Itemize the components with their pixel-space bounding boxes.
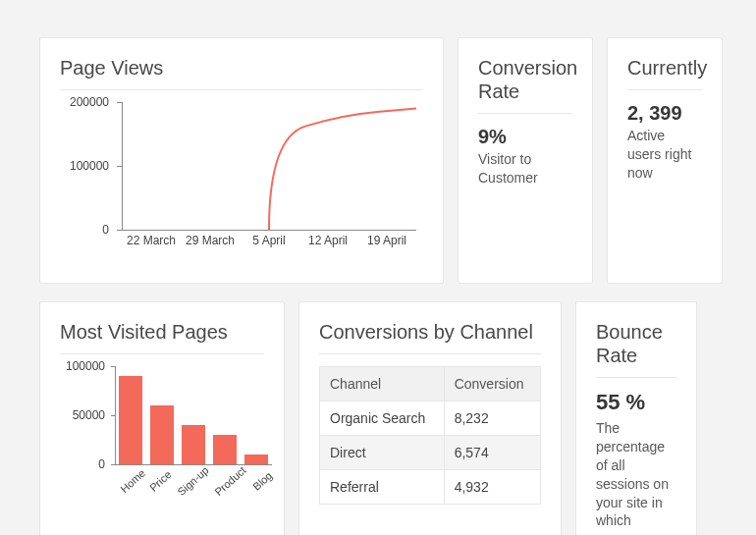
table-row: Referral 4,932 [320,470,541,505]
y-tick: 50000 [73,408,105,422]
divider [596,377,676,378]
x-tick: 22 March [122,234,181,247]
conversions-channel-title: Conversions by Channel [319,320,541,344]
currently-card: Currently 2, 399 Active users right now [607,37,723,284]
conversion-rate-value: 9% [478,126,572,148]
y-tick: 0 [102,223,109,237]
most-visited-card: Most Visited Pages 100000 50000 0 HomePr… [39,301,285,535]
divider [478,113,572,114]
x-tick: Product [212,464,247,498]
conversions-channel-card: Conversions by Channel Channel Conversio… [298,301,562,535]
bounce-rate-value: 55 % [596,390,676,415]
bounce-rate-title: Bounce Rate [596,320,676,367]
divider [60,353,264,354]
divider [319,353,541,354]
bounce-rate-card: Bounce Rate 55 % The percentage of all s… [575,301,697,535]
table-row: Direct 6,574 [320,436,541,470]
divider [60,89,423,90]
page-views-card: Page Views 200000 100000 0 22 March 29 M… [39,37,444,284]
bar [213,435,237,464]
conversion-rate-card: Conversion Rate 9% Visitor to Customer [458,37,593,284]
y-tick: 0 [98,457,105,471]
conversions-table: Channel Conversion Organic Search 8,232 … [319,366,541,505]
x-tick: 12 April [298,234,357,247]
table-cell: 4,932 [444,470,540,505]
currently-desc: Active users right now [627,127,702,183]
bar [182,425,205,464]
bar [244,455,268,464]
line-plot [122,102,416,230]
x-tick: Home [118,467,147,496]
x-tick: Sign-up [175,464,210,498]
x-tick: Blog [248,467,276,494]
most-visited-title: Most Visited Pages [60,320,264,344]
table-cell: 6,574 [444,436,540,470]
conversion-rate-title: Conversion Rate [478,56,572,103]
bar [150,405,174,464]
page-views-title: Page Views [60,56,423,80]
table-header: Channel [320,367,445,401]
x-tick: Price [146,467,174,494]
y-tick: 200000 [70,95,109,109]
divider [627,89,702,90]
currently-value: 2, 399 [627,102,702,125]
x-tick: 19 April [357,234,416,247]
page-views-chart: 200000 100000 0 22 March 29 March 5 Apri… [60,102,423,267]
bounce-rate-desc: The percentage of all sessions on your s… [596,419,676,530]
table-cell: Direct [320,436,445,470]
table-header-row: Channel Conversion [320,367,541,401]
y-tick: 100000 [66,359,105,373]
table-cell: 8,232 [444,401,540,436]
x-tick: 29 March [181,234,240,247]
currently-title: Currently [627,56,702,80]
bar [119,376,142,464]
y-tick: 100000 [70,159,109,173]
table-header: Conversion [444,367,540,401]
table-cell: Organic Search [320,401,445,436]
x-tick: 5 April [240,234,298,247]
most-visited-chart: 100000 50000 0 HomePriceSign-upProductBl… [60,366,272,523]
table-row: Organic Search 8,232 [320,401,541,436]
conversion-rate-desc: Visitor to Customer [478,150,572,187]
table-cell: Referral [320,470,445,505]
